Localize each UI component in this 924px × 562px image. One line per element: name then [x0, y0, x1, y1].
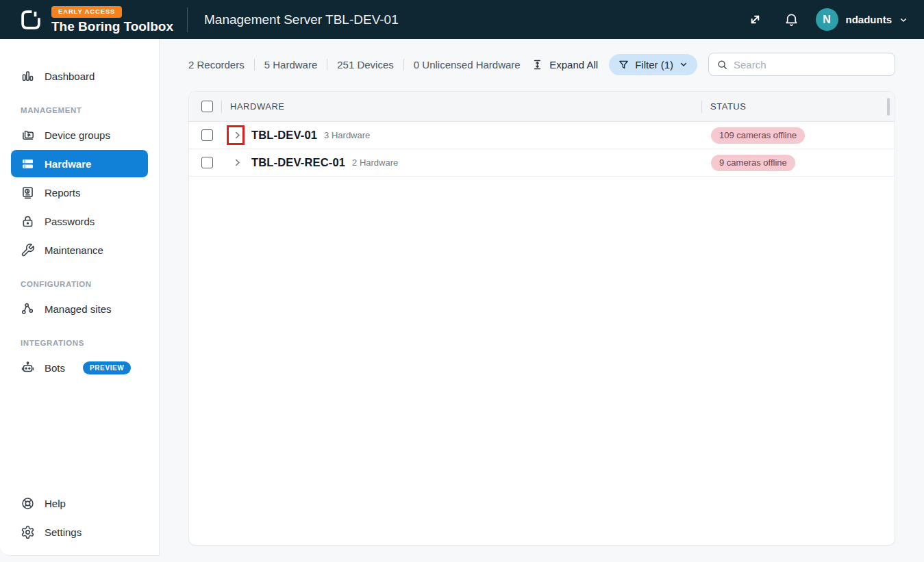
sidebar-item-label: Bots — [45, 362, 65, 374]
app-header: EARLY ACCESS The Boring Toolbox Manageme… — [0, 0, 924, 39]
sidebar-item-label: Passwords — [45, 216, 95, 227]
main-content: 2 Recorders 5 Hardware 251 Devices 0 Unl… — [160, 39, 924, 562]
chevron-down-icon — [679, 60, 688, 69]
status-badge: 9 cameras offline — [711, 155, 795, 171]
hardware-table: HARDWARE STATUS TBL-DEV-01 3 Hardware 10… — [188, 91, 895, 546]
user-avatar[interactable]: N — [816, 8, 838, 31]
gear-icon — [21, 525, 35, 539]
expand-all-label: Expand All — [549, 59, 598, 71]
lock-icon — [21, 214, 35, 229]
header-divider — [187, 8, 188, 32]
user-name: ndadunts — [846, 14, 892, 25]
hardware-count: 3 Hardware — [324, 130, 370, 140]
status-badge: 109 cameras offline — [711, 127, 805, 144]
toolbar: 2 Recorders 5 Hardware 251 Devices 0 Unl… — [188, 53, 895, 76]
search-icon — [716, 59, 728, 71]
sidebar-item-passwords[interactable]: Passwords — [11, 207, 148, 235]
brand[interactable]: EARLY ACCESS The Boring Toolbox — [19, 6, 173, 32]
expand-row-chevron-right-icon[interactable] — [232, 130, 242, 141]
expand-row-chevron-right-icon[interactable] — [232, 157, 242, 168]
sidebar-item-label: Maintenance — [45, 244, 103, 256]
early-access-badge: EARLY ACCESS — [51, 6, 122, 17]
sidebar-section-integrations: INTEGRATIONS — [21, 339, 159, 347]
table-header-row: HARDWARE STATUS — [189, 92, 895, 122]
robot-icon — [21, 361, 35, 375]
folder-play-icon — [21, 128, 35, 142]
column-header-status: STATUS — [710, 101, 746, 112]
sidebar-item-label: Dashboard — [45, 71, 95, 82]
boring-toolbox-logo-icon — [19, 8, 42, 31]
lifebuoy-help-icon — [21, 496, 35, 511]
summary-stats: 2 Recorders 5 Hardware 251 Devices 0 Unl… — [188, 59, 530, 71]
sidebar-item-help[interactable]: Help — [11, 489, 148, 517]
sidebar-item-device-groups[interactable]: Device groups — [11, 121, 148, 149]
table-row-tbl-dev-01[interactable]: TBL-DEV-01 3 Hardware 109 cameras offlin… — [189, 122, 895, 149]
sidebar-section-configuration: CONFIGURATION — [21, 280, 159, 288]
sidebar-item-settings[interactable]: Settings — [11, 518, 148, 546]
sidebar-item-maintenance[interactable]: Maintenance — [11, 236, 148, 264]
server-stack-icon — [21, 157, 35, 171]
sidebar-item-label: Device groups — [45, 129, 110, 141]
row-checkbox[interactable] — [201, 157, 213, 168]
user-menu-chevron-down-icon[interactable] — [898, 14, 909, 25]
stat-recorders: 2 Recorders — [188, 59, 255, 71]
sidebar-item-reports[interactable]: Reports — [11, 179, 148, 206]
stat-devices: 251 Devices — [327, 59, 404, 71]
search-input[interactable] — [734, 59, 887, 71]
stat-unlicensed: 0 Unlicensed Hardware — [404, 59, 530, 71]
sidebar-item-label: Help — [45, 498, 66, 509]
sidebar-item-label: Reports — [45, 187, 81, 199]
sites-network-icon — [21, 302, 35, 316]
wrench-icon — [21, 243, 35, 257]
scrollbar-thumb[interactable] — [887, 98, 890, 116]
unfold-vertical-icon — [532, 59, 543, 71]
sidebar-item-bots[interactable]: Bots PREVIEW — [11, 354, 148, 381]
hardware-name: TBL-DEV-REC-01 — [251, 156, 345, 169]
expand-all-button[interactable]: Expand All — [532, 59, 598, 71]
sidebar-item-label: Settings — [45, 526, 82, 538]
filter-button[interactable]: Filter (1) — [609, 54, 697, 75]
table-row-tbl-dev-rec-01[interactable]: TBL-DEV-REC-01 2 Hardware 9 cameras offl… — [189, 149, 895, 177]
sidebar-item-label: Hardware — [45, 158, 91, 170]
page-title: Management Server TBL-DEV-01 — [204, 12, 399, 27]
notifications-bell-icon[interactable] — [784, 12, 799, 27]
stat-hardware: 5 Hardware — [255, 59, 328, 71]
bar-chart-icon — [21, 69, 35, 84]
funnel-filter-icon — [618, 59, 629, 71]
report-document-icon — [21, 186, 35, 200]
row-checkbox[interactable] — [201, 129, 213, 141]
select-all-checkbox[interactable] — [201, 101, 213, 112]
hardware-count: 2 Hardware — [352, 157, 398, 168]
column-header-hardware: HARDWARE — [230, 101, 285, 112]
preview-badge: PREVIEW — [83, 361, 131, 374]
sidebar-section-management: MANAGEMENT — [21, 106, 159, 114]
column-separator — [701, 101, 702, 113]
filter-label: Filter (1) — [635, 59, 673, 71]
sidebar-item-managed-sites[interactable]: Managed sites — [11, 295, 148, 322]
sidebar-item-hardware[interactable]: Hardware — [11, 150, 148, 177]
hardware-name: TBL-DEV-01 — [251, 129, 317, 142]
search-box[interactable] — [708, 53, 895, 76]
fullscreen-icon[interactable] — [747, 12, 763, 27]
sidebar-item-dashboard[interactable]: Dashboard — [11, 62, 148, 90]
sidebar: Dashboard MANAGEMENT Device groups Hardw… — [0, 39, 160, 556]
avatar-initial: N — [823, 14, 831, 26]
sidebar-item-label: Managed sites — [45, 303, 112, 315]
brand-name: The Boring Toolbox — [51, 20, 173, 33]
column-separator — [221, 101, 222, 113]
